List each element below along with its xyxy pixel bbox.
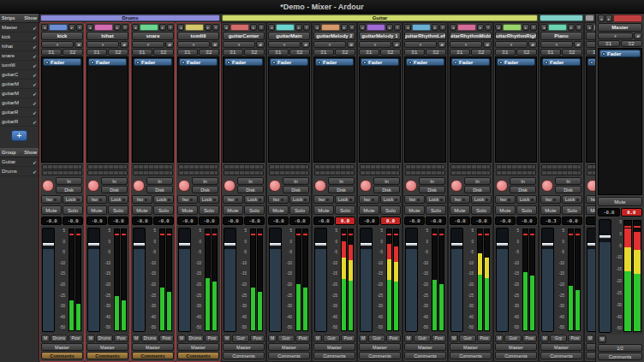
sidebar-strip-row[interactable]: guitarM ✓ bbox=[0, 80, 39, 89]
sidebar-strip-checkbox[interactable]: ✓ bbox=[33, 62, 37, 68]
phase-invert-button[interactable]: ø bbox=[301, 41, 310, 48]
strip-name-button[interactable]: guitarMain bbox=[268, 32, 310, 40]
processor-position-button[interactable]: Post bbox=[432, 335, 446, 342]
group-tab[interactable] bbox=[540, 15, 583, 21]
group-button[interactable]: Gutr bbox=[232, 335, 249, 342]
phase-invert-button[interactable]: ø bbox=[438, 41, 446, 48]
solo-isolate-button[interactable]: Iso bbox=[359, 195, 379, 204]
phase-invert-button[interactable]: ø bbox=[528, 41, 537, 48]
master-name-button[interactable]: Master bbox=[598, 23, 642, 32]
peak-display[interactable]: -0.0 bbox=[426, 217, 446, 225]
group-button[interactable]: Drums bbox=[51, 335, 68, 342]
strip-name-button[interactable]: guitarRhythmRight bbox=[495, 32, 537, 40]
panner-azimuth[interactable] bbox=[587, 164, 595, 169]
gain-display[interactable]: -0.0 bbox=[86, 217, 107, 225]
gain-fader[interactable] bbox=[405, 228, 418, 332]
fader-handle[interactable] bbox=[179, 243, 190, 246]
processor-box[interactable]: Fader bbox=[404, 56, 446, 163]
strip-scroll-left-icon[interactable]: ◂ bbox=[177, 24, 184, 31]
fader-processor[interactable]: Fader bbox=[497, 58, 535, 66]
solo-button[interactable]: Solo bbox=[516, 205, 537, 215]
monitor-disk-button[interactable]: Disk bbox=[510, 186, 536, 193]
gain-fader[interactable] bbox=[360, 228, 373, 332]
fader-processor[interactable]: Fader bbox=[134, 58, 172, 66]
sidebar-strip-row[interactable]: tomfill ✓ bbox=[0, 61, 39, 70]
gain-fader[interactable] bbox=[450, 228, 463, 332]
panner-azimuth[interactable] bbox=[87, 164, 128, 169]
sidebar-strip-row[interactable]: Drums ✓ bbox=[0, 167, 39, 176]
mute-button[interactable]: Mute bbox=[223, 205, 243, 215]
fader-processor-led-icon[interactable] bbox=[363, 61, 367, 64]
solo-button[interactable]: Solo bbox=[426, 205, 446, 215]
fader-handle[interactable] bbox=[224, 243, 236, 246]
comments-button[interactable]: Comments bbox=[132, 352, 174, 359]
strip-close-icon[interactable]: × bbox=[303, 24, 310, 31]
comments-button[interactable]: Comments bbox=[41, 352, 83, 359]
strip-color-chip[interactable] bbox=[321, 24, 340, 31]
output-button[interactable]: Master bbox=[86, 343, 128, 351]
phase-invert-button[interactable]: ø bbox=[165, 41, 174, 48]
strip-scroll-left-icon[interactable]: ◂ bbox=[495, 24, 502, 31]
phase-invert-button[interactable]: ø bbox=[574, 41, 582, 48]
solo-button[interactable]: Solo bbox=[380, 205, 401, 215]
panner-width[interactable] bbox=[587, 170, 595, 175]
strip-name-button[interactable]: guitarMelody 1 bbox=[359, 32, 401, 40]
strip-color-chip[interactable] bbox=[548, 24, 567, 31]
panner-width[interactable] bbox=[314, 170, 355, 175]
panner-azimuth[interactable] bbox=[450, 164, 491, 169]
master-fader-processor[interactable]: Fader bbox=[599, 50, 641, 57]
channel-2-button[interactable]: ≡2 bbox=[63, 49, 83, 56]
strip-close-icon[interactable]: × bbox=[258, 24, 265, 31]
channel-2-button[interactable]: ≡2 bbox=[471, 49, 492, 56]
group-button[interactable]: Gutr bbox=[323, 335, 340, 342]
monitor-disk-button[interactable]: Disk bbox=[373, 186, 400, 193]
panner-azimuth[interactable] bbox=[314, 164, 355, 169]
monitor-input-button[interactable]: In bbox=[419, 177, 445, 185]
strip-scroll-right-icon[interactable]: ▸ bbox=[341, 24, 348, 31]
monitor-input-button[interactable]: In bbox=[555, 177, 581, 185]
monitor-disk-button[interactable]: Disk bbox=[283, 186, 309, 193]
strip-scroll-right-icon[interactable]: ▸ bbox=[432, 24, 438, 31]
fader-processor-led-icon[interactable] bbox=[45, 61, 49, 64]
monitor-input-button[interactable]: In bbox=[192, 177, 218, 185]
monitor-input-button[interactable]: In bbox=[56, 177, 82, 185]
fader-processor-led-icon[interactable] bbox=[454, 61, 457, 64]
record-enable-button[interactable] bbox=[269, 180, 281, 192]
output-button[interactable]: Master bbox=[223, 343, 265, 351]
input-button[interactable]: ▾ bbox=[41, 41, 74, 48]
strip-name-button[interactable]: Piano bbox=[540, 32, 582, 40]
gain-fader[interactable] bbox=[496, 228, 509, 332]
strip-scroll-right-icon[interactable]: ▸ bbox=[295, 24, 302, 31]
strip-close-icon[interactable]: × bbox=[530, 24, 537, 31]
metering-point-button[interactable]: M bbox=[450, 335, 458, 342]
peak-display[interactable]: 0.0 bbox=[380, 217, 401, 225]
strip-close-icon[interactable]: × bbox=[394, 24, 401, 31]
monitor-input-button[interactable]: In bbox=[373, 177, 400, 185]
group-button[interactable]: Drums bbox=[187, 335, 204, 342]
sidebar-strip-checkbox[interactable]: ✓ bbox=[33, 44, 37, 50]
master-metering-point-button[interactable]: M bbox=[598, 335, 606, 343]
sidebar-strip-checkbox[interactable]: ✓ bbox=[33, 119, 37, 125]
record-enable-button[interactable] bbox=[42, 180, 54, 192]
output-button[interactable]: Master bbox=[177, 343, 219, 351]
processor-position-button[interactable]: Post bbox=[114, 335, 128, 342]
metering-point-button[interactable]: M bbox=[132, 335, 140, 342]
channel-2-button[interactable]: ≡2 bbox=[426, 49, 446, 56]
channel-2-button[interactable]: ≡2 bbox=[199, 49, 219, 56]
monitor-disk-button[interactable]: Disk bbox=[192, 186, 218, 193]
output-button[interactable]: Master bbox=[268, 343, 310, 351]
processor-box[interactable]: Fader bbox=[495, 56, 537, 163]
fader-processor[interactable]: Fader bbox=[542, 58, 581, 66]
solo-isolate-button[interactable]: Iso bbox=[177, 195, 198, 204]
solo-lock-button[interactable]: Lock bbox=[108, 195, 128, 204]
strip-scroll-right-icon[interactable]: ▸ bbox=[386, 24, 393, 31]
gain-display[interactable]: -0.0 bbox=[404, 217, 425, 225]
monitor-disk-button[interactable]: Disk bbox=[419, 186, 445, 193]
fader-handle[interactable] bbox=[270, 243, 281, 246]
strip-name-button[interactable]: tomfill bbox=[177, 32, 219, 40]
strip-close-icon[interactable]: × bbox=[485, 24, 492, 31]
monitor-disk-button[interactable]: Disk bbox=[555, 186, 581, 193]
mute-button[interactable]: Mute bbox=[450, 205, 470, 215]
strip-close-icon[interactable]: × bbox=[575, 24, 582, 31]
panner-azimuth[interactable] bbox=[496, 164, 536, 169]
